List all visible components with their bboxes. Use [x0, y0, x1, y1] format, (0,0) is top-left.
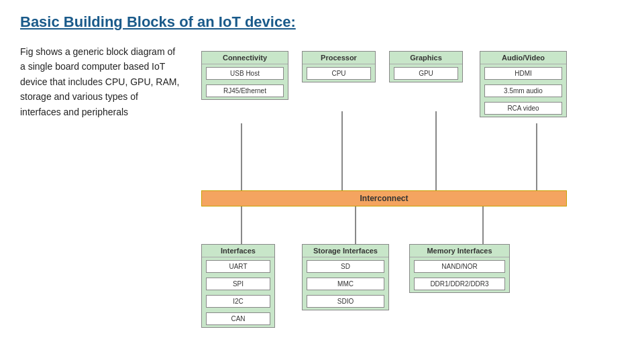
- audio-video-title: Audio/Video: [480, 52, 566, 64]
- description-text: Fig shows a generic block diagram of a s…: [20, 44, 181, 119]
- main-content: Fig shows a generic block diagram of a s…: [20, 44, 624, 326]
- interfaces-item-2: I2C: [206, 295, 270, 308]
- graphics-block: Graphics GPU: [389, 51, 463, 82]
- storage-item-1: MMC: [307, 278, 384, 290]
- storage-interfaces-title: Storage Interfaces: [303, 245, 388, 257]
- memory-item-0: NAND/NOR: [414, 260, 505, 273]
- audio-video-item-1: 3.5mm audio: [484, 84, 562, 97]
- connectivity-title: Connectivity: [202, 52, 288, 64]
- connectivity-item-0: USB Host: [206, 67, 284, 80]
- interfaces-block: Interfaces UART SPI I2C CAN: [201, 244, 275, 328]
- memory-item-1: DDR1/DDR2/DDR3: [414, 278, 505, 290]
- connectivity-block: Connectivity USB Host RJ45/Ethernet: [201, 51, 288, 100]
- storage-item-0: SD: [307, 260, 384, 273]
- storage-item-2: SDIO: [307, 295, 384, 308]
- memory-interfaces-block: Memory Interfaces NAND/NOR DDR1/DDR2/DDR…: [409, 244, 510, 293]
- memory-interfaces-title: Memory Interfaces: [410, 245, 509, 257]
- page-title: Basic Building Blocks of an IoT device:: [20, 13, 624, 31]
- diagram-area: Connectivity USB Host RJ45/Ethernet Proc…: [195, 44, 624, 326]
- audio-video-item-0: HDMI: [484, 67, 562, 80]
- interconnect-bar: Interconnect: [201, 190, 567, 206]
- processor-item-0: CPU: [307, 67, 371, 80]
- interfaces-item-0: UART: [206, 260, 270, 273]
- block-diagram: Connectivity USB Host RJ45/Ethernet Proc…: [195, 44, 610, 326]
- interfaces-item-3: CAN: [206, 312, 270, 325]
- audio-video-block: Audio/Video HDMI 3.5mm audio RCA video: [480, 51, 567, 117]
- graphics-item-0: GPU: [394, 67, 458, 80]
- interfaces-item-1: SPI: [206, 278, 270, 290]
- connectivity-item-1: RJ45/Ethernet: [206, 84, 284, 97]
- graphics-title: Graphics: [390, 52, 462, 64]
- processor-block: Processor CPU: [302, 51, 376, 82]
- storage-interfaces-block: Storage Interfaces SD MMC SDIO: [302, 244, 389, 310]
- interfaces-title: Interfaces: [202, 245, 274, 257]
- audio-video-item-2: RCA video: [484, 102, 562, 115]
- processor-title: Processor: [303, 52, 375, 64]
